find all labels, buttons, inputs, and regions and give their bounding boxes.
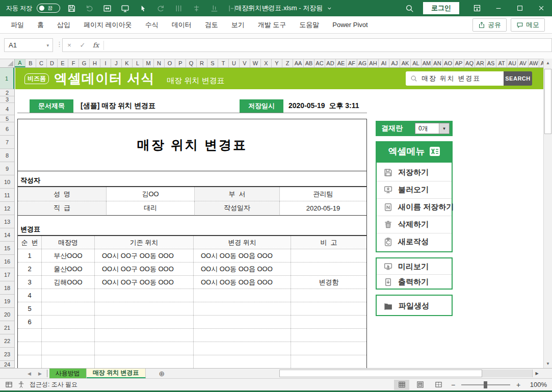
column-header-AG[interactable]: AG [357,59,368,67]
menu-item-load[interactable]: 불러오기 [377,181,452,198]
column-header-N[interactable]: N [154,59,165,67]
row-header-8[interactable]: 8 [0,149,14,162]
column-header-F[interactable]: F [68,59,79,67]
sheet-prev-icon[interactable]: ◀ [28,371,31,376]
row-header-14[interactable]: 14 [0,228,14,242]
change-cell[interactable]: 부산OOO [42,249,95,262]
redo-icon[interactable] [154,2,167,15]
change-cell[interactable] [18,329,42,342]
change-cell[interactable] [95,329,194,342]
change-cell[interactable] [291,342,366,355]
zoom-slider-thumb[interactable] [484,381,487,388]
row-header-12[interactable]: 12 [0,202,14,215]
change-cell[interactable]: 6 [18,316,42,328]
ribbon-tab-4[interactable]: 수식 [139,16,165,34]
cancel-formula-icon[interactable]: × [63,41,76,49]
horizontal-scroll-thumb[interactable] [279,370,482,377]
new-sheet-icon[interactable]: ⊕ [159,369,165,378]
change-cell[interactable] [95,302,194,315]
row-header-19[interactable]: 19 [0,295,14,308]
change-cell[interactable] [42,289,95,302]
column-header-AV[interactable]: AV [518,59,529,67]
scroll-right-icon[interactable]: ▶ [532,370,541,377]
change-header-cell[interactable]: 변경 위치 [194,236,291,249]
change-cell[interactable] [95,316,194,328]
dropdown-arrow-icon[interactable]: ▼ [439,123,449,134]
row-header-10[interactable]: 10 [0,175,14,189]
change-cell[interactable] [291,289,366,302]
row-header-4[interactable]: 4 [0,103,14,115]
ribbon-tab-7[interactable]: 보기 [225,16,251,34]
column-header-AT[interactable]: AT [496,59,507,67]
column-header-AH[interactable]: AH [368,59,379,67]
column-header-AB[interactable]: AB [304,59,314,67]
title-dropdown-icon[interactable] [327,6,332,11]
select-all-corner[interactable] [0,59,15,67]
change-cell[interactable]: OO시 OO동 OO읍 OOO [194,249,291,262]
sheet-tab-store-location-change[interactable]: 매장 위치 변경표 [87,369,146,378]
menu-item-preview[interactable]: 미리보기 [377,259,452,274]
row-header-1[interactable]: 1 [0,68,14,89]
change-cell[interactable] [95,355,194,368]
author-label-cell[interactable]: 성 명 [18,187,107,201]
change-cell[interactable] [291,302,366,315]
change-cell[interactable]: 5 [18,302,42,315]
page-layout-view-button[interactable] [412,380,428,390]
author-value-cell[interactable]: 김OO [107,187,195,201]
change-cell[interactable] [42,342,95,355]
column-header-G[interactable]: G [79,59,90,67]
change-cell[interactable]: 변경함 [291,276,366,289]
accessibility-status[interactable]: 접근성: 조사 필요 [30,380,77,389]
zoom-slider[interactable] [461,384,510,385]
menu-item-new[interactable]: 새로작성 [377,233,452,250]
column-header-K[interactable]: K [122,59,133,67]
column-header-L[interactable]: L [133,59,143,67]
change-cell[interactable]: OO시 OO동 OO읍 OOO [194,276,291,289]
change-cell[interactable]: OO시 OO구 OO동 OOO [95,263,194,275]
zoom-in-button[interactable]: + [514,381,522,389]
column-header-B[interactable]: B [25,59,36,67]
change-cell[interactable] [18,342,42,355]
change-cell[interactable] [291,316,366,328]
normal-view-button[interactable] [394,380,409,390]
ribbon-tab-0[interactable]: 파일 [4,16,31,34]
change-cell[interactable] [194,289,291,302]
close-button[interactable] [531,0,552,16]
column-header-R[interactable]: R [197,59,207,67]
column-header-AL[interactable]: AL [411,59,422,67]
column-header-T[interactable]: T [218,59,229,67]
column-header-Z[interactable]: Z [282,59,293,67]
search-icon[interactable] [403,2,416,15]
change-cell[interactable] [291,355,366,368]
share-button[interactable]: 공유 [472,18,507,32]
menu-item-delete[interactable]: 삭제하기 [377,216,452,233]
change-cell[interactable]: 2 [18,263,42,275]
ribbon-tab-1[interactable]: 홈 [31,16,50,34]
change-cell[interactable]: 울산OOO [42,263,95,275]
column-header-AQ[interactable]: AQ [464,59,475,67]
column-header-AS[interactable]: AS [486,59,496,67]
formula-input[interactable] [105,39,551,51]
column-header-Q[interactable]: Q [186,59,197,67]
row-header-6[interactable]: 6 [0,122,14,136]
ribbon-tab-10[interactable]: Power Pivot [326,16,374,34]
change-cell[interactable] [95,289,194,302]
author-value-cell[interactable]: 관리팀 [280,187,366,201]
column-header-AR[interactable]: AR [475,59,486,67]
sheet-tab-usage-guide[interactable]: 사용방법 [49,369,87,378]
column-header-AI[interactable]: AI [379,59,389,67]
change-cell[interactable] [42,329,95,342]
column-header-H[interactable]: H [90,59,100,67]
change-cell[interactable] [194,302,291,315]
search-button[interactable]: SEARCH [504,71,532,86]
change-cell[interactable] [42,316,95,328]
cell-area[interactable]: 비즈폼 엑셀데이터 서식 매장 위치 변경표 매장 위치 변경표 SEARCH … [15,68,543,368]
zoom-level[interactable]: 100% [525,381,547,388]
row-header-23[interactable]: 23 [0,348,14,361]
row-header-5[interactable]: 5 [0,115,14,122]
ribbon-display-options-icon[interactable] [466,0,488,16]
row-header-2[interactable]: 2 [0,89,14,96]
insert-function-icon[interactable]: fx [89,41,102,49]
column-header-I[interactable]: I [100,59,111,67]
row-header-20[interactable]: 20 [0,308,14,321]
